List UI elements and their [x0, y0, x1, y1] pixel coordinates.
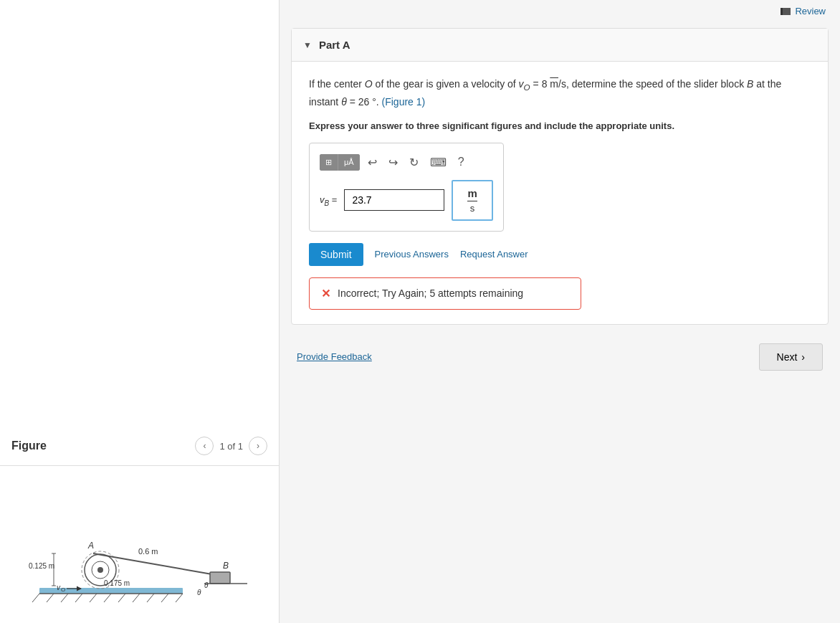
- toolbar-format-group: ⊞ μÅ: [320, 154, 360, 171]
- error-icon: ✕: [321, 287, 330, 300]
- svg-text:0.125 m: 0.125 m: [29, 562, 54, 570]
- part-header: ▼ Part A: [292, 29, 828, 62]
- next-chevron-icon: ›: [801, 351, 805, 363]
- var-theta: θ: [341, 96, 347, 108]
- figure-counter: 1 of 1: [219, 441, 243, 452]
- figure-diagram: A B 0.6 m 0.125 m 0.175 m v O: [25, 477, 254, 613]
- svg-line-3: [47, 594, 54, 602]
- svg-text:0.175 m: 0.175 m: [104, 579, 130, 587]
- figure-title: Figure: [11, 439, 47, 452]
- svg-text:A: A: [87, 541, 94, 551]
- part-collapse-icon[interactable]: ▼: [303, 40, 312, 50]
- part-body: If the center O of the gear is given a v…: [292, 62, 828, 324]
- bottom-actions: Provide Feedback Next ›: [280, 332, 840, 382]
- block-format-button[interactable]: ⊞: [320, 154, 338, 171]
- part-container: ▼ Part A If the center O of the gear is …: [291, 28, 829, 325]
- right-panel: Review ▼ Part A If the center O of the g…: [280, 0, 840, 623]
- svg-line-6: [90, 594, 97, 602]
- figure-link[interactable]: (Figure 1): [382, 96, 426, 108]
- svg-line-4: [61, 594, 68, 602]
- svg-line-9: [133, 594, 140, 602]
- var-B: B: [747, 78, 753, 90]
- svg-line-2: [32, 594, 39, 602]
- error-message: Incorrect; Try Again; 5 attempts remaini…: [338, 287, 523, 299]
- review-label: Review: [795, 6, 826, 16]
- provide-feedback-link[interactable]: Provide Feedback: [297, 351, 372, 362]
- keyboard-button[interactable]: ⌨: [426, 153, 450, 171]
- figure-next-button[interactable]: ›: [249, 437, 267, 455]
- unit-divider: [467, 201, 477, 201]
- svg-text:θ: θ: [197, 589, 201, 596]
- answer-box: ⊞ μÅ ↩ ↪ ↻ ⌨ ? vB =: [309, 143, 504, 232]
- text-format-button[interactable]: μÅ: [338, 154, 360, 171]
- unit-numerator: m: [467, 187, 477, 199]
- figure-image-area: A B 0.6 m 0.125 m 0.175 m v O: [0, 465, 279, 623]
- left-panel: Figure ‹ 1 of 1 ›: [0, 0, 280, 623]
- figure-nav: ‹ 1 of 1 ›: [195, 437, 267, 455]
- error-box: ✕ Incorrect; Try Again; 5 attempts remai…: [309, 277, 581, 310]
- input-row: vB = m s: [320, 180, 493, 221]
- svg-line-17: [93, 553, 220, 576]
- refresh-button[interactable]: ↻: [406, 153, 422, 171]
- figure-header: Figure ‹ 1 of 1 ›: [0, 427, 279, 465]
- answer-var-label: vB =: [320, 194, 337, 207]
- review-bar: Review: [280, 0, 840, 22]
- unit-denominator: s: [470, 203, 475, 214]
- toolbar: ⊞ μÅ ↩ ↪ ↻ ⌨ ?: [320, 153, 493, 171]
- svg-text:O: O: [61, 586, 65, 593]
- figure-prev-button[interactable]: ‹: [195, 437, 214, 455]
- submit-row: Submit Previous Answers Request Answer: [309, 243, 811, 266]
- answer-input[interactable]: [344, 189, 444, 211]
- svg-text:0.6 m: 0.6 m: [138, 547, 158, 556]
- var-vO: vO: [519, 78, 530, 90]
- review-link[interactable]: Review: [781, 6, 826, 16]
- svg-line-11: [161, 594, 168, 602]
- svg-rect-20: [210, 572, 230, 584]
- help-button[interactable]: ?: [454, 153, 468, 171]
- svg-line-12: [176, 594, 183, 602]
- submit-button[interactable]: Submit: [309, 243, 363, 266]
- part-title: Part A: [319, 39, 350, 51]
- svg-point-15: [97, 567, 103, 573]
- problem-text: If the center O of the gear is given a v…: [309, 76, 811, 110]
- next-label: Next: [777, 351, 798, 363]
- next-button[interactable]: Next ›: [759, 343, 823, 371]
- svg-line-7: [104, 594, 111, 602]
- svg-text:B: B: [223, 561, 229, 571]
- redo-button[interactable]: ↪: [385, 153, 401, 171]
- unit-display: m s: [452, 180, 492, 221]
- svg-text:θ: θ: [204, 581, 209, 589]
- svg-line-8: [118, 594, 125, 602]
- review-icon: [781, 8, 791, 15]
- request-answer-link[interactable]: Request Answer: [460, 249, 528, 260]
- svg-line-5: [75, 594, 82, 602]
- undo-button[interactable]: ↩: [364, 153, 381, 171]
- svg-line-10: [147, 594, 154, 602]
- previous-answers-link[interactable]: Previous Answers: [375, 249, 449, 260]
- express-text: Express your answer to three significant…: [309, 120, 811, 131]
- var-O: O: [365, 78, 373, 90]
